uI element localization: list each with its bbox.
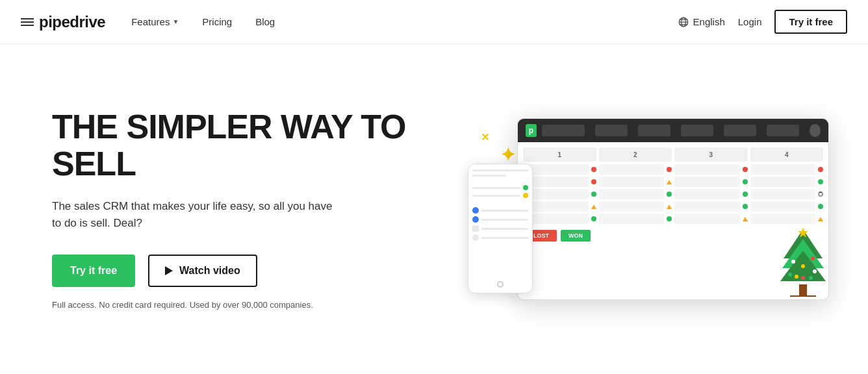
crm-nav-icon [638, 125, 670, 136]
hero-note: Full access. No credit card required. Us… [52, 300, 429, 310]
crm-row [523, 189, 596, 199]
col-header-1: 1 [523, 147, 596, 162]
crm-profile-icon [810, 124, 821, 137]
crm-row [674, 214, 748, 224]
svg-point-10 [791, 260, 795, 264]
crm-row [523, 201, 596, 212]
col-header-2: 2 [599, 147, 672, 162]
green-dot [523, 185, 528, 190]
login-link[interactable]: Login [738, 16, 762, 27]
crm-search-bar [542, 125, 585, 136]
crm-row [599, 177, 672, 187]
language-label: English [693, 16, 725, 27]
watch-video-button[interactable]: Watch video [148, 255, 257, 287]
blog-nav-link[interactable]: Blog [255, 16, 275, 27]
hero-buttons: Try it free Watch video [52, 255, 429, 287]
svg-point-15 [801, 276, 805, 280]
crm-row [599, 201, 672, 212]
svg-point-16 [795, 275, 798, 279]
crm-row [750, 189, 824, 199]
crm-nav-icon [724, 125, 756, 136]
try-free-nav-button[interactable]: Try it free [774, 10, 847, 34]
hero-left: THE SIMPLER WAY TO SELL The sales CRM th… [52, 108, 429, 310]
watch-video-label: Watch video [179, 265, 240, 277]
christmas-tree-illustration [777, 226, 829, 300]
features-nav-link[interactable]: Features ▼ [131, 16, 179, 27]
mobile-line [472, 175, 506, 177]
crm-row [674, 201, 748, 212]
crm-row [674, 177, 748, 187]
nav-links: Features ▼ Pricing Blog [131, 16, 275, 27]
mobile-bar [472, 187, 520, 189]
mobile-home-indicator [468, 281, 532, 288]
col-header-3: 3 [674, 147, 748, 162]
sparkle-star-icon: ✦ [500, 144, 515, 166]
won-button: WON [561, 230, 591, 242]
svg-point-14 [813, 269, 817, 273]
mobile-indicator [472, 185, 528, 190]
crm-row [674, 164, 748, 175]
col-header-4: 4 [750, 147, 824, 162]
svg-point-13 [788, 273, 792, 277]
crm-column-1: 1 [523, 147, 596, 226]
crm-row [599, 214, 672, 224]
crm-column-4: 4 [750, 147, 824, 226]
mobile-indicator [472, 193, 528, 198]
crm-row [523, 214, 596, 224]
svg-point-12 [801, 264, 805, 268]
crm-row [674, 189, 748, 199]
crm-row [523, 164, 596, 175]
crm-row [750, 201, 824, 212]
logo-text: pipedrive [39, 13, 105, 31]
hero-title: THE SIMPLER WAY TO SELL [52, 108, 429, 182]
nav-left: pipedrive Features ▼ Pricing Blog [21, 13, 275, 31]
crm-nav-icon [767, 125, 799, 136]
play-icon [165, 266, 173, 275]
crm-row [523, 177, 596, 187]
try-free-hero-button[interactable]: Try it free [52, 255, 135, 287]
navbar: pipedrive Features ▼ Pricing Blog E [0, 0, 868, 44]
nav-right: English Login Try it free [678, 10, 847, 34]
crm-nav-icon [681, 125, 713, 136]
crm-titlebar: p [518, 119, 828, 142]
sparkle-cross-icon: ✕ [481, 131, 489, 143]
crm-row [750, 177, 824, 187]
language-selector[interactable]: English [678, 16, 725, 28]
crm-columns: 1 2 [523, 147, 823, 226]
crm-row [599, 164, 672, 175]
crm-column-2: 2 [599, 147, 672, 226]
svg-point-17 [809, 276, 813, 280]
hero-section: THE SIMPLER WAY TO SELL The sales CRM th… [0, 44, 868, 374]
crm-row [599, 189, 672, 199]
svg-point-11 [811, 256, 815, 260]
globe-icon [678, 16, 689, 28]
mobile-line [472, 169, 528, 171]
crm-nav-icon [595, 125, 628, 136]
yellow-dot [523, 193, 528, 198]
svg-rect-5 [799, 284, 807, 296]
crm-column-3: 3 [674, 147, 748, 226]
mobile-preview-card [468, 164, 533, 293]
hamburger-icon[interactable] [21, 18, 34, 26]
crm-row [750, 214, 824, 224]
logo-link[interactable]: pipedrive [21, 13, 105, 31]
crm-logo: p [526, 124, 537, 137]
hero-subtitle: The sales CRM that makes your life easy,… [52, 198, 338, 231]
features-chevron-icon: ▼ [172, 18, 179, 25]
crm-nav-icons [590, 125, 804, 136]
hero-right: ✕ ✦ ✕ [429, 118, 829, 300]
mobile-bar [472, 195, 520, 197]
crm-row [750, 164, 824, 175]
pricing-nav-link[interactable]: Pricing [202, 16, 232, 27]
